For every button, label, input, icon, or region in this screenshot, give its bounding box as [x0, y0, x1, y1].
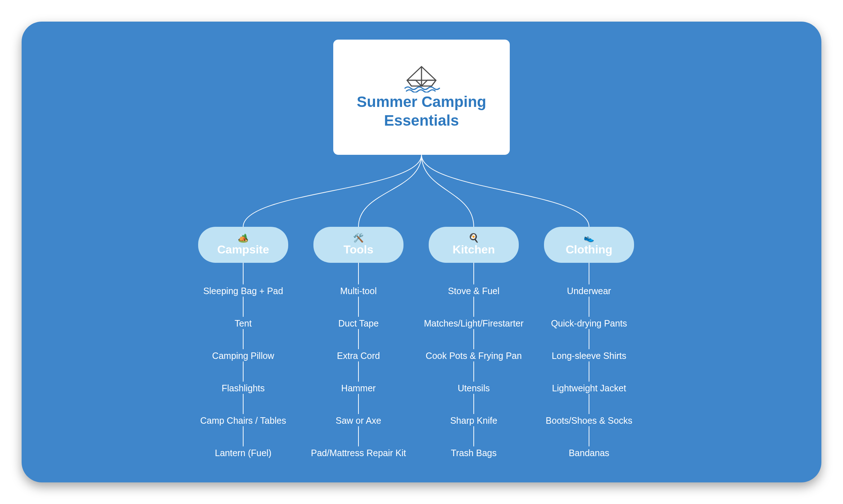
- connector-root-to-tools: [358, 155, 422, 227]
- item-node[interactable]: Bandanas: [569, 448, 610, 458]
- connector-root-to-kitchen: [422, 155, 474, 227]
- item-node[interactable]: Matches/Light/Firestarter: [424, 318, 524, 329]
- item-node[interactable]: Boots/Shoes & Socks: [546, 415, 632, 426]
- item-node[interactable]: Tent: [235, 318, 251, 329]
- item-node[interactable]: Duct Tape: [338, 318, 379, 329]
- item-node[interactable]: Trash Bags: [451, 448, 497, 458]
- item-node[interactable]: Hammer: [341, 383, 376, 393]
- item-node[interactable]: Utensils: [458, 383, 490, 393]
- category-node-tools[interactable]: 🛠️Tools: [313, 227, 403, 263]
- diagram-card: Summer Camping Essentials 🏕️CampsiteSlee…: [22, 22, 821, 482]
- item-node[interactable]: Extra Cord: [337, 351, 380, 361]
- item-node[interactable]: Sleeping Bag + Pad: [203, 286, 283, 296]
- item-node[interactable]: Camping Pillow: [212, 351, 274, 361]
- category-node-clothing[interactable]: 👟Clothing: [544, 227, 634, 263]
- kitchen-icon: 🍳: [468, 234, 479, 242]
- item-node[interactable]: Saw or Axe: [336, 415, 381, 426]
- item-node[interactable]: Pad/Mattress Repair Kit: [311, 448, 406, 458]
- category-label: Tools: [344, 243, 374, 256]
- item-node[interactable]: Sharp Knife: [450, 415, 498, 426]
- category-node-campsite[interactable]: 🏕️Campsite: [198, 227, 288, 263]
- item-node[interactable]: Underwear: [567, 286, 611, 296]
- item-node[interactable]: Stove & Fuel: [448, 286, 499, 296]
- category-label: Kitchen: [452, 243, 495, 256]
- campsite-icon: 🏕️: [238, 234, 249, 242]
- item-node[interactable]: Flashlights: [222, 383, 265, 393]
- boat-icon: [400, 64, 443, 93]
- connector-root-to-campsite: [243, 155, 422, 227]
- category-label: Campsite: [217, 243, 269, 256]
- root-title: Summer Camping Essentials: [340, 93, 503, 130]
- item-node[interactable]: Quick-drying Pants: [551, 318, 627, 329]
- tools-icon: 🛠️: [353, 234, 364, 242]
- item-node[interactable]: Lightweight Jacket: [552, 383, 626, 393]
- item-node[interactable]: Multi-tool: [340, 286, 376, 296]
- root-node[interactable]: Summer Camping Essentials: [333, 40, 510, 155]
- page: Summer Camping Essentials 🏕️CampsiteSlee…: [0, 0, 843, 504]
- category-label: Clothing: [566, 243, 612, 256]
- category-node-kitchen[interactable]: 🍳Kitchen: [429, 227, 519, 263]
- clothing-icon: 👟: [584, 234, 594, 242]
- connector-root-to-clothing: [422, 155, 589, 227]
- item-node[interactable]: Camp Chairs / Tables: [200, 415, 286, 426]
- item-node[interactable]: Long-sleeve Shirts: [552, 351, 626, 361]
- item-node[interactable]: Lantern (Fuel): [215, 448, 271, 458]
- item-node[interactable]: Cook Pots & Frying Pan: [426, 351, 522, 361]
